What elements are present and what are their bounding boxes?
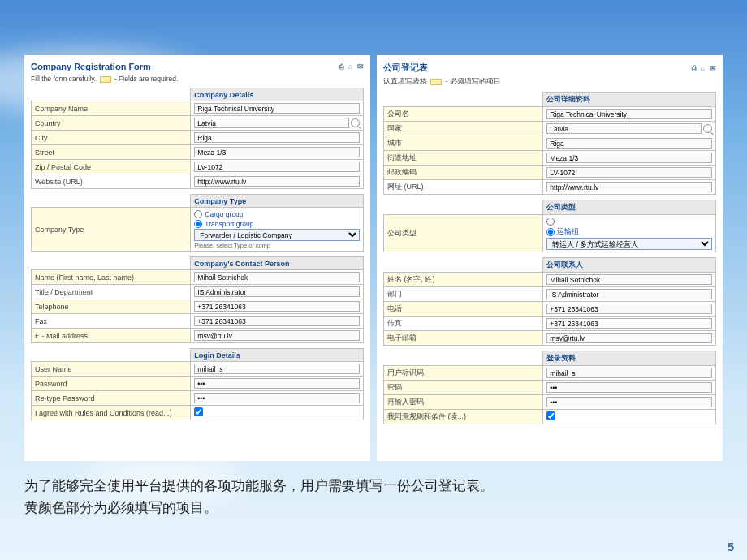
label-agree: I agree with Rules and Conditions (read.… bbox=[32, 406, 191, 420]
form-english: Company Registration Form ⎙ ⌂ ✉ Fill the… bbox=[24, 55, 370, 461]
dept-input[interactable] bbox=[194, 286, 360, 297]
contact-table: Company's Contact Person Name (First nam… bbox=[31, 256, 364, 343]
header-icons: ⎙ ⌂ ✉ bbox=[339, 62, 364, 71]
fax-input[interactable] bbox=[194, 316, 360, 326]
label-cname: Name (First name, Last name) bbox=[32, 270, 191, 285]
country-input[interactable] bbox=[546, 123, 702, 134]
caption-line-2: 黄颜色部分为必须填写的项目。 bbox=[24, 497, 682, 519]
print-icon[interactable]: ⎙ bbox=[339, 62, 343, 71]
label-fax: Fax bbox=[32, 314, 191, 329]
search-icon[interactable] bbox=[351, 118, 360, 127]
city-input[interactable] bbox=[546, 138, 712, 149]
label-tel: Telephone bbox=[32, 299, 191, 314]
label-zip: Zip / Postal Code bbox=[32, 160, 191, 174]
dept-input[interactable] bbox=[546, 289, 712, 299]
user-input[interactable] bbox=[194, 364, 360, 374]
label-dept: Title / Department bbox=[32, 285, 191, 299]
tel-input[interactable] bbox=[546, 304, 712, 314]
section-header: Company Type bbox=[191, 195, 364, 208]
type-select[interactable]: 转运人 / 多方式运输经营人 bbox=[546, 238, 712, 250]
cargo-radio[interactable] bbox=[194, 210, 202, 218]
home-icon[interactable]: ⌂ bbox=[701, 64, 705, 72]
company-name-input[interactable] bbox=[546, 109, 712, 119]
home-icon[interactable]: ⌂ bbox=[348, 62, 352, 71]
company-type-table: Company Type Company Type Cargo group Tr… bbox=[31, 194, 364, 252]
required-swatch bbox=[430, 79, 442, 85]
company-details-table: Company Details Company Name Country Cit… bbox=[31, 88, 364, 189]
user-input[interactable] bbox=[546, 368, 712, 378]
section-header: Login Details bbox=[191, 349, 364, 362]
section-header: 公司联系人 bbox=[543, 258, 716, 273]
url-input[interactable] bbox=[546, 182, 712, 192]
section-header: Company's Contact Person bbox=[191, 257, 364, 270]
street-input[interactable] bbox=[546, 153, 712, 163]
zip-input[interactable] bbox=[546, 167, 712, 178]
login-table: Login Details User Name Password Re-type… bbox=[31, 348, 364, 420]
city-input[interactable] bbox=[194, 132, 360, 143]
page-number: 5 bbox=[728, 540, 734, 554]
form-title-zh: 公司登记表 bbox=[383, 62, 428, 74]
contact-table-zh: 公司联系人 姓名 (名字, 姓) 部门 电话 传真 电子邮箱 bbox=[383, 257, 716, 346]
email-input[interactable] bbox=[194, 330, 360, 341]
select-hint: Please, select Type of comp bbox=[194, 241, 360, 249]
company-type-table-zh: 公司类型 公司类型 运输组 转运人 / 多方式运输经营人 bbox=[383, 200, 716, 252]
form-chinese: 公司登记表 ⎙ ⌂ ✉ 认真填写表格 - 必须填写的项目 公司详细资料 公司名 … bbox=[377, 55, 723, 461]
label-city: City bbox=[32, 131, 191, 145]
forms-container: Company Registration Form ⎙ ⌂ ✉ Fill the… bbox=[24, 55, 723, 461]
instruction-en: Fill the form carefully. - Fields are re… bbox=[31, 73, 364, 88]
country-input[interactable] bbox=[194, 118, 349, 128]
print-icon[interactable]: ⎙ bbox=[692, 64, 696, 72]
email-input[interactable] bbox=[546, 333, 712, 343]
agree-checkbox[interactable] bbox=[546, 411, 555, 420]
transport-radio[interactable] bbox=[194, 220, 202, 228]
url-input[interactable] bbox=[194, 176, 360, 187]
label-email: E - Mail address bbox=[32, 329, 191, 343]
cargo-radio[interactable] bbox=[546, 218, 555, 226]
section-header: 公司详细资料 bbox=[543, 93, 716, 107]
pass2-input[interactable] bbox=[546, 397, 712, 407]
pass2-input[interactable] bbox=[194, 393, 360, 403]
section-header: Company Details bbox=[191, 88, 364, 101]
header-icons: ⎙ ⌂ ✉ bbox=[692, 64, 716, 72]
label-user: User Name bbox=[32, 362, 191, 377]
fax-input[interactable] bbox=[546, 318, 712, 329]
label-street: Street bbox=[32, 145, 191, 160]
transport-radio[interactable] bbox=[546, 228, 555, 236]
label-country: Country bbox=[32, 116, 191, 131]
slide-caption: 为了能够完全使用平台提供的各项功能服务，用户需要填写一份公司登记表。 黄颜色部分… bbox=[24, 475, 682, 519]
search-icon[interactable] bbox=[703, 124, 712, 133]
tel-input[interactable] bbox=[194, 301, 360, 312]
cname-input[interactable] bbox=[546, 274, 712, 285]
label-company-name: Company Name bbox=[32, 101, 191, 116]
section-header: 公司类型 bbox=[543, 200, 716, 215]
form-title-en: Company Registration Form bbox=[31, 62, 151, 71]
label-pass2: Re-type Password bbox=[32, 391, 191, 406]
label-url: Website (URL) bbox=[32, 174, 191, 189]
required-swatch bbox=[100, 76, 111, 83]
pass-input[interactable] bbox=[194, 378, 360, 389]
company-details-table-zh: 公司详细资料 公司名 国家 城市 街道地址 邮政编码 网址 (URL) bbox=[383, 92, 716, 195]
label-ctype: Company Type bbox=[32, 208, 191, 252]
agree-checkbox[interactable] bbox=[194, 407, 203, 416]
login-table-zh: 登录资料 用户标识码 密码 再输入密码 我同意规则和条件 (读...) bbox=[383, 351, 716, 424]
instruction-zh: 认真填写表格 - 必须填写的项目 bbox=[383, 75, 716, 92]
pass-input[interactable] bbox=[546, 382, 712, 393]
mail-icon[interactable]: ✉ bbox=[710, 64, 716, 72]
label-pass: Password bbox=[32, 377, 191, 391]
cname-input[interactable] bbox=[194, 272, 360, 282]
zip-input[interactable] bbox=[194, 162, 360, 172]
section-header: 登录资料 bbox=[543, 351, 716, 366]
company-name-input[interactable] bbox=[194, 103, 360, 114]
caption-line-1: 为了能够完全使用平台提供的各项功能服务，用户需要填写一份公司登记表。 bbox=[24, 475, 682, 497]
mail-icon[interactable]: ✉ bbox=[357, 62, 364, 71]
type-select[interactable]: Forwarder / Logistic Company bbox=[194, 229, 360, 241]
street-input[interactable] bbox=[194, 147, 360, 157]
